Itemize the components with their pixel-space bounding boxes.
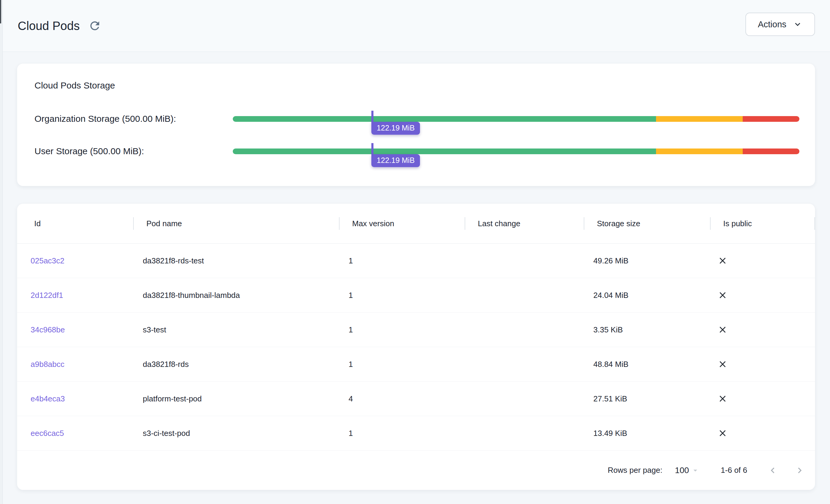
storage-marker-line-icon [371, 143, 374, 154]
not-public-cross-icon [717, 428, 728, 438]
not-public-cross-icon [717, 290, 728, 300]
storage-bar-segment-normal [233, 149, 656, 154]
window-edge-strip [0, 0, 3, 504]
table-row: e4b4eca3 platform-test-pod 4 27.51 KiB [17, 382, 815, 416]
storage-usage-badge: 122.19 MiB [371, 154, 420, 167]
storage-usage-marker: 122.19 MiB [371, 111, 420, 135]
storage-bar-segment-warning [656, 116, 743, 122]
max-version-cell: 4 [340, 394, 465, 404]
user-storage-bar: 122.19 MiB [233, 149, 799, 154]
pod-id-link[interactable]: eec6cac5 [17, 429, 134, 438]
pod-id-link[interactable]: e4b4eca3 [17, 394, 134, 404]
column-header-id[interactable]: Id [17, 204, 134, 243]
storage-bar-track [233, 116, 799, 122]
column-header-is-public[interactable]: Is public [711, 204, 815, 243]
column-header-max-version[interactable]: Max version [340, 204, 465, 243]
pod-id-link[interactable]: 2d122df1 [17, 291, 134, 300]
max-version-cell: 1 [340, 291, 465, 300]
storage-bar-segment-critical [743, 149, 799, 154]
refresh-icon [88, 19, 101, 32]
actions-button-label: Actions [758, 20, 786, 29]
next-page-button[interactable] [794, 465, 805, 476]
pod-name-cell: da3821f8-rds [134, 360, 340, 369]
is-public-cell [711, 290, 815, 300]
is-public-cell [711, 393, 815, 404]
not-public-cross-icon [717, 359, 728, 369]
pod-id-link[interactable]: a9b8abcc [17, 360, 134, 369]
storage-bar-segment-normal [233, 116, 656, 122]
chevron-right-icon [794, 465, 805, 476]
is-public-cell [711, 324, 815, 335]
cloud-pods-table-card: Id Pod name Max version Last change Stor… [17, 204, 815, 490]
user-storage-label: User Storage (500.00 MiB): [34, 146, 233, 156]
storage-usage-marker: 122.19 MiB [371, 143, 420, 167]
rows-per-page-value: 100 [675, 466, 689, 475]
storage-size-cell: 49.26 MiB [584, 256, 711, 265]
pod-name-cell: da3821f8-rds-test [134, 256, 340, 265]
page-header: Cloud Pods Actions [3, 0, 830, 52]
pod-name-cell: s3-test [134, 325, 340, 335]
not-public-cross-icon [717, 256, 728, 266]
rows-per-page-select[interactable]: 100 [675, 466, 700, 475]
not-public-cross-icon [717, 324, 728, 335]
pod-id-link[interactable]: 025ac3c2 [17, 256, 134, 265]
arrow-drop-down-icon [691, 466, 700, 475]
chevron-left-icon [767, 465, 778, 476]
pod-name-cell: s3-ci-test-pod [134, 429, 340, 438]
table-row: a9b8abcc da3821f8-rds 1 48.84 MiB [17, 347, 815, 382]
storage-card: Cloud Pods Storage Organization Storage … [17, 64, 815, 186]
max-version-cell: 1 [340, 325, 465, 335]
storage-card-title: Cloud Pods Storage [34, 81, 799, 91]
max-version-cell: 1 [340, 429, 465, 438]
organization-storage-bar: 122.19 MiB [233, 116, 799, 122]
scrollbar-thumb[interactable] [0, 0, 1, 23]
table-row: 2d122df1 da3821f8-thumbnail-lambda 1 24.… [17, 278, 815, 313]
not-public-cross-icon [717, 393, 728, 404]
column-header-pod-name[interactable]: Pod name [134, 204, 340, 243]
storage-bar-track [233, 149, 799, 154]
column-header-storage-size[interactable]: Storage size [584, 204, 711, 243]
page-title: Cloud Pods [18, 19, 80, 33]
table-row: 34c968be s3-test 1 3.35 KiB [17, 313, 815, 347]
storage-size-cell: 13.49 KiB [584, 429, 711, 438]
storage-bar-segment-warning [656, 149, 743, 154]
pod-name-cell: da3821f8-thumbnail-lambda [134, 291, 340, 300]
storage-marker-line-icon [371, 111, 374, 122]
storage-size-cell: 27.51 KiB [584, 394, 711, 404]
pod-name-cell: platform-test-pod [134, 394, 340, 404]
rows-per-page-label: Rows per page: [608, 466, 662, 475]
pagination-range-label: 1-6 of 6 [721, 466, 747, 475]
max-version-cell: 1 [340, 360, 465, 369]
table-row: 025ac3c2 da3821f8-rds-test 1 49.26 MiB [17, 244, 815, 278]
table-header-row: Id Pod name Max version Last change Stor… [17, 204, 815, 244]
storage-size-cell: 3.35 KiB [584, 325, 711, 335]
is-public-cell [711, 256, 815, 266]
previous-page-button[interactable] [767, 465, 778, 476]
storage-size-cell: 24.04 MiB [584, 291, 711, 300]
column-header-last-change[interactable]: Last change [465, 204, 584, 243]
pod-id-link[interactable]: 34c968be [17, 325, 134, 335]
organization-storage-row: Organization Storage (500.00 MiB): 122.1… [34, 113, 799, 125]
user-storage-row: User Storage (500.00 MiB): 122.19 MiB [34, 145, 799, 157]
actions-button[interactable]: Actions [745, 12, 815, 36]
chevron-down-icon [793, 19, 803, 29]
organization-storage-label: Organization Storage (500.00 MiB): [34, 114, 233, 124]
is-public-cell [711, 359, 815, 369]
table-row: eec6cac5 s3-ci-test-pod 1 13.49 KiB [17, 416, 815, 450]
table-pagination: Rows per page: 100 1-6 of 6 [17, 450, 815, 490]
storage-usage-badge: 122.19 MiB [371, 122, 420, 135]
storage-bar-segment-critical [743, 116, 799, 122]
max-version-cell: 1 [340, 256, 465, 265]
is-public-cell [711, 428, 815, 438]
refresh-button[interactable] [86, 17, 104, 35]
storage-size-cell: 48.84 MiB [584, 360, 711, 369]
